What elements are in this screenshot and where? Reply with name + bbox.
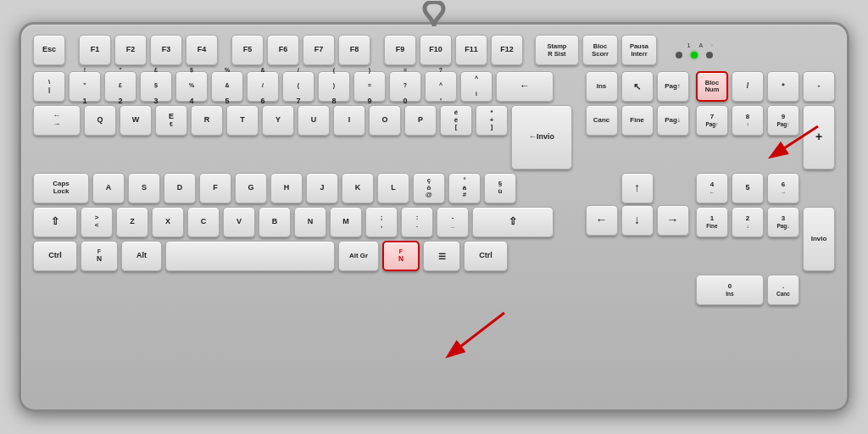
key-angle[interactable]: ><	[81, 207, 113, 237]
key-num-1[interactable]: 1Fine	[696, 207, 728, 237]
key-shift-right[interactable]: ⇧	[472, 207, 554, 237]
key-f2[interactable]: F2	[114, 35, 147, 65]
key-num-9[interactable]: 9Pag↑	[767, 105, 799, 136]
key-tab[interactable]: ←→	[33, 105, 81, 136]
key-fine[interactable]: Fine	[621, 105, 654, 136]
key-s[interactable]: S	[128, 173, 160, 203]
key-à[interactable]: °à#	[448, 173, 481, 203]
key-num-5[interactable]: 5	[732, 173, 764, 203]
key-num-dot[interactable]: .Canc	[767, 275, 799, 305]
key-ì[interactable]: ^ì	[460, 71, 492, 102]
key-o[interactable]: O	[369, 105, 401, 136]
key-num-slash[interactable]: /	[732, 71, 764, 102]
key-bloc-num[interactable]: BlocNum	[696, 71, 728, 102]
key-n[interactable]: N	[294, 207, 326, 237]
key-alt-gr[interactable]: Alt Gr	[338, 241, 379, 271]
key-f10[interactable]: F10	[420, 35, 452, 65]
key-p[interactable]: P	[404, 105, 437, 136]
key-f9[interactable]: F9	[384, 35, 416, 65]
key-pag-up[interactable]: Pag↑	[657, 71, 689, 102]
key-d[interactable]: D	[164, 173, 196, 203]
key-ò[interactable]: çò@	[413, 173, 445, 203]
key-v[interactable]: V	[223, 207, 255, 237]
key-8[interactable]: ()8	[318, 71, 350, 102]
key-pausa-interr[interactable]: PausaInterr	[621, 35, 657, 65]
key-h[interactable]: H	[270, 173, 303, 203]
key-è[interactable]: éè[	[440, 105, 472, 136]
key-x[interactable]: X	[152, 207, 184, 237]
key-f1[interactable]: F1	[79, 35, 111, 65]
key-num-6[interactable]: 6→	[767, 173, 799, 203]
key-num-star[interactable]: *	[767, 71, 799, 102]
key-apostrophe[interactable]: ?^'	[425, 71, 457, 102]
key-i[interactable]: I	[333, 105, 365, 136]
key-b[interactable]: B	[259, 207, 291, 237]
key-num-0[interactable]: 0Ins	[696, 275, 764, 305]
key-arrow-right[interactable]: →	[657, 205, 689, 236]
key-arrow-up[interactable]: ↑	[621, 173, 654, 203]
key-fn-right[interactable]: FN	[382, 241, 420, 271]
key-bloc-scorr[interactable]: BlocScorr	[582, 35, 618, 65]
key-j[interactable]: J	[306, 173, 338, 203]
key-alt[interactable]: Alt	[121, 241, 162, 271]
key-l[interactable]: L	[377, 173, 409, 203]
key-e[interactable]: E€	[155, 105, 187, 136]
key-w[interactable]: W	[120, 105, 152, 136]
key-u[interactable]: U	[298, 105, 330, 136]
key-1[interactable]: !"1	[69, 71, 101, 102]
key-4[interactable]: $%4	[175, 71, 208, 102]
key-shift-left[interactable]: ⇧	[33, 207, 77, 237]
key-y[interactable]: Y	[262, 105, 294, 136]
key-f8[interactable]: F8	[338, 35, 370, 65]
key-num-8[interactable]: 8↑	[732, 105, 764, 136]
key-num-3[interactable]: 3Pag↓	[767, 207, 799, 237]
key-r[interactable]: R	[191, 105, 223, 136]
key-space[interactable]	[165, 241, 335, 271]
key-k[interactable]: K	[342, 173, 374, 203]
key-0[interactable]: =?0	[389, 71, 421, 102]
key-9[interactable]: )=9	[353, 71, 386, 102]
key-pag-down[interactable]: Pag↓	[657, 105, 689, 136]
key-fn-left[interactable]: FN	[81, 241, 118, 271]
key-f6[interactable]: F6	[267, 35, 299, 65]
key-comma[interactable]: ;,	[365, 207, 398, 237]
key-backspace[interactable]: ←	[496, 71, 554, 102]
key-ins[interactable]: Ins	[586, 71, 618, 102]
key-f4[interactable]: F4	[186, 35, 218, 65]
key-num-plus[interactable]: +	[803, 105, 835, 170]
key-stamp[interactable]: StampR Sist	[535, 35, 579, 65]
key-section[interactable]: §ù	[484, 173, 516, 203]
key-num-minus[interactable]: -	[803, 71, 835, 102]
key-m[interactable]: M	[330, 207, 362, 237]
key-c[interactable]: C	[187, 207, 220, 237]
key-caps-lock[interactable]: CapsLock	[33, 173, 89, 203]
key-7[interactable]: /(7	[282, 71, 314, 102]
key-f12[interactable]: F12	[491, 35, 523, 65]
key-arrow-left[interactable]: ←	[586, 205, 618, 236]
key-g[interactable]: G	[235, 173, 267, 203]
key-z[interactable]: Z	[116, 207, 148, 237]
key-menu[interactable]: ☰	[423, 241, 460, 271]
key-2[interactable]: "£2	[104, 71, 136, 102]
key-arrow-down[interactable]: ↓	[621, 205, 654, 236]
key-esc[interactable]: Esc	[33, 35, 65, 65]
key-f7[interactable]: F7	[303, 35, 335, 65]
key-ctrl-left[interactable]: Ctrl	[33, 241, 77, 271]
key-f5[interactable]: F5	[231, 35, 264, 65]
key-f3[interactable]: F3	[150, 35, 182, 65]
key-canc[interactable]: Canc	[586, 105, 618, 136]
key-t[interactable]: T	[226, 105, 259, 136]
key-q[interactable]: Q	[84, 105, 116, 136]
key-f11[interactable]: F11	[455, 35, 487, 65]
key-3[interactable]: £$3	[140, 71, 172, 102]
key-f[interactable]: F	[199, 173, 231, 203]
key-num-4[interactable]: 4←	[696, 173, 728, 203]
key-arrow-nw[interactable]: ↖	[621, 71, 654, 102]
key-6[interactable]: &/6	[247, 71, 279, 102]
key-ctrl-right[interactable]: Ctrl	[464, 241, 508, 271]
key-a[interactable]: A	[92, 173, 125, 203]
key-minus[interactable]: -_	[437, 207, 469, 237]
key-num-enter[interactable]: Invio	[803, 207, 835, 271]
key-plus[interactable]: *+]	[476, 105, 508, 136]
key-5[interactable]: %&5	[211, 71, 243, 102]
